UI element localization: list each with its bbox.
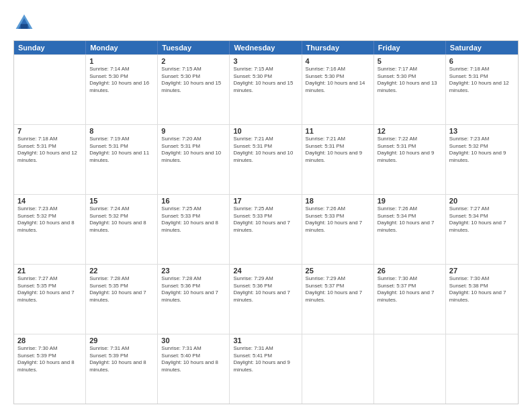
day-number: 11: [306, 127, 370, 135]
day-number: 30: [161, 336, 226, 345]
day-number: 10: [233, 127, 298, 135]
day-cell-13: 13Sunrise: 7:23 AM Sunset: 5:32 PM Dayli…: [446, 125, 518, 194]
day-number: 2: [161, 57, 226, 65]
day-cell-22: 22Sunrise: 7:28 AM Sunset: 5:35 PM Dayli…: [86, 265, 158, 334]
day-number: 28: [17, 336, 82, 345]
calendar-body: 1Sunrise: 7:14 AM Sunset: 5:30 PM Daylig…: [14, 54, 518, 404]
day-number: 15: [89, 197, 154, 205]
day-info: Sunrise: 7:28 AM Sunset: 5:36 PM Dayligh…: [161, 275, 226, 304]
day-number: 17: [233, 197, 298, 205]
day-cell-29: 29Sunrise: 7:31 AM Sunset: 5:39 PM Dayli…: [86, 334, 158, 404]
day-info: Sunrise: 7:27 AM Sunset: 5:35 PM Dayligh…: [17, 275, 82, 304]
day-number: 18: [306, 197, 370, 205]
day-cell-10: 10Sunrise: 7:21 AM Sunset: 5:31 PM Dayli…: [230, 125, 302, 194]
day-info: Sunrise: 7:20 AM Sunset: 5:31 PM Dayligh…: [161, 136, 226, 164]
day-cell-24: 24Sunrise: 7:29 AM Sunset: 5:36 PM Dayli…: [230, 265, 302, 334]
day-header-monday: Monday: [86, 41, 158, 54]
day-cell-12: 12Sunrise: 7:22 AM Sunset: 5:31 PM Dayli…: [374, 125, 446, 194]
day-header-thursday: Thursday: [302, 41, 374, 54]
day-number: 5: [378, 57, 442, 65]
day-info: Sunrise: 7:15 AM Sunset: 5:30 PM Dayligh…: [233, 66, 298, 94]
day-number: 4: [306, 57, 370, 65]
day-info: Sunrise: 7:29 AM Sunset: 5:36 PM Dayligh…: [233, 275, 298, 304]
day-info: Sunrise: 7:19 AM Sunset: 5:31 PM Dayligh…: [89, 136, 154, 164]
day-header-friday: Friday: [374, 41, 446, 54]
day-number: 24: [233, 267, 298, 275]
day-number: 9: [161, 127, 226, 135]
day-header-wednesday: Wednesday: [230, 41, 302, 54]
day-cell-6: 6Sunrise: 7:18 AM Sunset: 5:31 PM Daylig…: [446, 55, 518, 124]
day-number: 16: [161, 197, 226, 205]
day-info: Sunrise: 7:25 AM Sunset: 5:33 PM Dayligh…: [233, 205, 298, 234]
day-info: Sunrise: 7:22 AM Sunset: 5:31 PM Dayligh…: [378, 136, 442, 164]
calendar-header: SundayMondayTuesdayWednesdayThursdayFrid…: [14, 41, 518, 54]
day-cell-26: 26Sunrise: 7:30 AM Sunset: 5:37 PM Dayli…: [374, 265, 446, 334]
header: [13, 12, 519, 34]
day-info: Sunrise: 7:23 AM Sunset: 5:32 PM Dayligh…: [17, 205, 82, 234]
day-number: 23: [161, 267, 226, 275]
day-info: Sunrise: 7:18 AM Sunset: 5:31 PM Dayligh…: [17, 136, 82, 164]
calendar-row-3: 14Sunrise: 7:23 AM Sunset: 5:32 PM Dayli…: [14, 194, 518, 264]
day-info: Sunrise: 7:16 AM Sunset: 5:30 PM Dayligh…: [306, 66, 370, 94]
day-info: Sunrise: 7:31 AM Sunset: 5:39 PM Dayligh…: [89, 345, 154, 373]
day-info: Sunrise: 7:14 AM Sunset: 5:30 PM Dayligh…: [89, 66, 154, 94]
logo-icon: [13, 12, 35, 34]
day-cell-11: 11Sunrise: 7:21 AM Sunset: 5:31 PM Dayli…: [302, 125, 374, 194]
day-cell-23: 23Sunrise: 7:28 AM Sunset: 5:36 PM Dayli…: [158, 265, 230, 334]
day-cell-31: 31Sunrise: 7:31 AM Sunset: 5:41 PM Dayli…: [230, 334, 302, 404]
day-cell-21: 21Sunrise: 7:27 AM Sunset: 5:35 PM Dayli…: [14, 265, 86, 334]
day-cell-1: 1Sunrise: 7:14 AM Sunset: 5:30 PM Daylig…: [86, 55, 158, 124]
day-number: 1: [89, 57, 154, 65]
day-number: 21: [17, 267, 82, 275]
day-info: Sunrise: 7:30 AM Sunset: 5:39 PM Dayligh…: [17, 345, 82, 373]
day-number: 20: [449, 197, 515, 205]
day-number: 3: [233, 57, 298, 65]
day-number: 8: [89, 127, 154, 135]
day-cell-2: 2Sunrise: 7:15 AM Sunset: 5:30 PM Daylig…: [158, 55, 230, 124]
day-number: 19: [378, 197, 442, 205]
day-cell-8: 8Sunrise: 7:19 AM Sunset: 5:31 PM Daylig…: [86, 125, 158, 194]
day-cell-18: 18Sunrise: 7:26 AM Sunset: 5:33 PM Dayli…: [302, 195, 374, 264]
day-cell-4: 4Sunrise: 7:16 AM Sunset: 5:30 PM Daylig…: [302, 55, 374, 124]
day-cell-15: 15Sunrise: 7:24 AM Sunset: 5:32 PM Dayli…: [86, 195, 158, 264]
calendar-row-5: 28Sunrise: 7:30 AM Sunset: 5:39 PM Dayli…: [14, 334, 518, 404]
day-cell-28: 28Sunrise: 7:30 AM Sunset: 5:39 PM Dayli…: [14, 334, 86, 404]
day-info: Sunrise: 7:28 AM Sunset: 5:35 PM Dayligh…: [89, 275, 154, 304]
day-info: Sunrise: 7:29 AM Sunset: 5:37 PM Dayligh…: [306, 275, 370, 304]
calendar-row-4: 21Sunrise: 7:27 AM Sunset: 5:35 PM Dayli…: [14, 264, 518, 334]
day-info: Sunrise: 7:24 AM Sunset: 5:32 PM Dayligh…: [89, 205, 154, 234]
day-number: 7: [17, 127, 82, 135]
day-info: Sunrise: 7:26 AM Sunset: 5:34 PM Dayligh…: [378, 205, 442, 234]
day-cell-empty-0-0: [14, 55, 86, 124]
day-info: Sunrise: 7:31 AM Sunset: 5:41 PM Dayligh…: [233, 345, 298, 373]
day-info: Sunrise: 7:21 AM Sunset: 5:31 PM Dayligh…: [306, 136, 370, 164]
day-number: 6: [449, 57, 515, 65]
day-number: 12: [378, 127, 442, 135]
day-cell-5: 5Sunrise: 7:17 AM Sunset: 5:30 PM Daylig…: [374, 55, 446, 124]
day-cell-empty-4-5: [374, 334, 446, 404]
calendar-row-2: 7Sunrise: 7:18 AM Sunset: 5:31 PM Daylig…: [14, 124, 518, 194]
day-number: 13: [449, 127, 515, 135]
day-info: Sunrise: 7:27 AM Sunset: 5:34 PM Dayligh…: [449, 205, 515, 234]
day-number: 25: [306, 267, 370, 275]
day-number: 29: [89, 336, 154, 345]
day-number: 26: [378, 267, 442, 275]
day-cell-20: 20Sunrise: 7:27 AM Sunset: 5:34 PM Dayli…: [446, 195, 518, 264]
day-cell-empty-4-6: [446, 334, 518, 404]
day-info: Sunrise: 7:31 AM Sunset: 5:40 PM Dayligh…: [161, 345, 226, 373]
day-info: Sunrise: 7:21 AM Sunset: 5:31 PM Dayligh…: [233, 136, 298, 164]
day-cell-16: 16Sunrise: 7:25 AM Sunset: 5:33 PM Dayli…: [158, 195, 230, 264]
day-header-sunday: Sunday: [14, 41, 86, 54]
day-info: Sunrise: 7:26 AM Sunset: 5:33 PM Dayligh…: [306, 205, 370, 234]
day-header-saturday: Saturday: [446, 41, 518, 54]
day-number: 27: [449, 267, 515, 275]
day-cell-9: 9Sunrise: 7:20 AM Sunset: 5:31 PM Daylig…: [158, 125, 230, 194]
day-cell-7: 7Sunrise: 7:18 AM Sunset: 5:31 PM Daylig…: [14, 125, 86, 194]
day-cell-14: 14Sunrise: 7:23 AM Sunset: 5:32 PM Dayli…: [14, 195, 86, 264]
day-header-tuesday: Tuesday: [158, 41, 230, 54]
day-number: 31: [233, 336, 298, 345]
day-info: Sunrise: 7:15 AM Sunset: 5:30 PM Dayligh…: [161, 66, 226, 94]
day-info: Sunrise: 7:25 AM Sunset: 5:33 PM Dayligh…: [161, 205, 226, 234]
day-cell-19: 19Sunrise: 7:26 AM Sunset: 5:34 PM Dayli…: [374, 195, 446, 264]
svg-rect-2: [21, 24, 28, 29]
